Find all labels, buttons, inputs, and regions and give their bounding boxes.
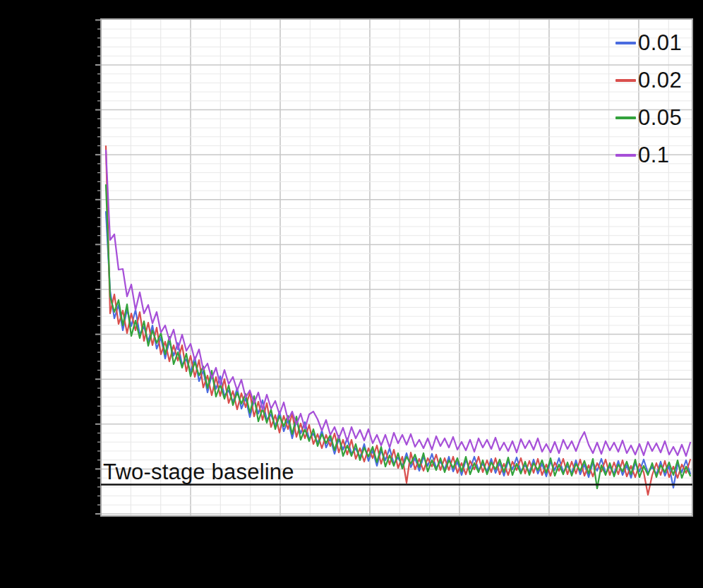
legend-line-swatch	[615, 154, 636, 157]
legend: 0.01 0.02 0.05 0.1	[615, 24, 682, 174]
loss-curves-figure: 0.01 0.02 0.05 0.1 Two-stage baseline	[0, 0, 703, 588]
legend-label: 0.02	[638, 69, 682, 91]
legend-label: 0.1	[638, 144, 670, 166]
legend-entry-0.02: 0.02	[615, 61, 682, 99]
legend-label: 0.01	[638, 32, 682, 54]
legend-label: 0.05	[638, 107, 682, 128]
legend-entry-0.05: 0.05	[615, 99, 682, 136]
legend-entry-0.01: 0.01	[615, 24, 682, 61]
legend-entry-0.1: 0.1	[615, 136, 682, 174]
chart-canvas	[0, 0, 703, 588]
legend-line-swatch	[615, 116, 636, 119]
legend-line-swatch	[615, 79, 636, 82]
legend-line-swatch	[615, 42, 636, 44]
baseline-annotation-label: Two-stage baseline	[103, 461, 294, 483]
